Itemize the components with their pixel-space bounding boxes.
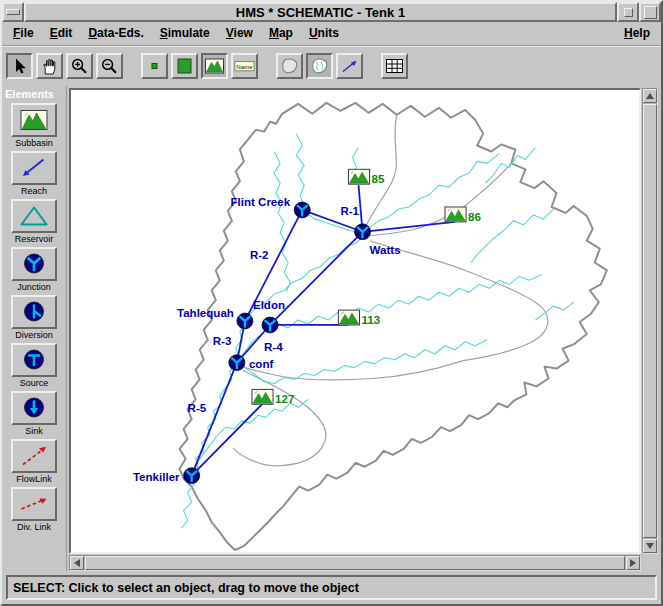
reach-label[interactable]: R-2 [250,249,269,261]
reach-label[interactable]: R-4 [264,341,283,353]
stream-line [535,302,573,320]
zoom-in-button[interactable] [66,53,93,79]
show-element-icons-button[interactable] [201,53,228,79]
element-tool-label: Reservoir [15,234,54,244]
schematic-canvas[interactable]: R-1R-2R-3R-4R-58586113127Flint CreekWatt… [69,88,641,554]
window-title: HMS * SCHEMATIC - Tenk 1 [24,2,617,22]
menu-simulate[interactable]: Simulate [152,24,218,44]
scroll-up-button[interactable] [643,89,657,103]
stream-line [296,134,304,210]
menu-map[interactable]: Map [261,24,301,44]
select-pointer-button[interactable] [6,53,33,79]
main-area: Elements SubbasinReachReservoirJunctionD… [2,86,661,571]
menu-data-eds[interactable]: Data-Eds. [80,24,151,44]
maximize-button[interactable] [639,2,661,22]
pan-hand-button[interactable] [36,53,63,79]
reach-label[interactable]: R-1 [340,205,359,217]
elements-panel: Elements SubbasinReachReservoirJunctionD… [2,86,67,571]
toolbar-group [6,53,123,79]
show-element-names-button[interactable]: Name [231,53,258,79]
divlink-icon [18,491,50,517]
subbasin-node[interactable]: 113 [338,310,380,326]
horizontal-scroll-thumb[interactable] [85,556,625,570]
reach-label[interactable]: R-5 [188,402,207,414]
vertical-scroll-thumb[interactable] [643,104,657,538]
element-tool-sink-button[interactable] [11,391,57,425]
name-tag-icon: Name [234,57,255,75]
junction-label: Tahlequah [177,307,234,319]
status-text: SELECT: Click to select an object, drag … [13,581,359,595]
element-tool-diversion-button[interactable] [11,295,57,329]
square-large-icon [174,57,195,75]
element-tool-junction-button[interactable] [11,247,57,281]
scroll-down-button[interactable] [643,539,657,553]
element-tool-sink: Sink [2,391,66,436]
junction-label: conf [249,358,274,370]
stream-line [274,151,290,292]
subbasin-node[interactable]: 86 [445,207,481,223]
show-basin-streams-button[interactable] [306,53,333,79]
scroll-right-button[interactable] [626,556,640,570]
element-tool-source-button[interactable] [11,343,57,377]
hand-icon [39,57,60,75]
subbasin-node[interactable]: 127 [252,389,294,405]
element-tool-label: Subbasin [15,138,53,148]
reservoir-icon [18,203,50,229]
svg-text:Name: Name [236,63,253,70]
subbasin-label: 113 [362,314,381,326]
element-tool-junction: Junction [2,247,66,292]
elements-tool-list: SubbasinReachReservoirJunctionDiversionS… [2,103,66,535]
junction-node[interactable]: Flint Creek [230,196,310,218]
junction-node[interactable]: conf [229,355,274,371]
element-tool-div-link-button[interactable] [11,487,57,521]
menu-help[interactable]: Help [616,24,658,44]
element-tool-subbasin-button[interactable] [11,103,57,137]
element-tool-label: Diversion [15,330,53,340]
element-tool-flowlink-button[interactable] [11,439,57,473]
reach-label[interactable]: R-3 [213,335,232,347]
show-grid-button[interactable] [381,53,408,79]
element-tool-reservoir-button[interactable] [11,199,57,233]
window-menu-icon [6,9,20,15]
stream-line [471,209,553,263]
junction-node[interactable]: Tenkiller [133,468,200,484]
arrow-down-icon [646,543,654,549]
junction-label: Tenkiller [133,471,180,483]
subbasin-divide-line [233,371,326,466]
subbasin-node[interactable]: 85 [348,169,385,185]
zoom-in-icon [69,57,90,75]
zoom-out-button[interactable] [96,53,123,79]
arrow-right-icon [630,559,636,567]
minimize-button[interactable] [617,2,639,22]
arrow-up-icon [646,93,654,99]
basin-outline-icon [279,57,300,75]
menu-file[interactable]: File [5,24,42,44]
show-basin-outline-button[interactable] [276,53,303,79]
window-menu-button[interactable] [2,2,24,22]
vertical-scrollbar[interactable] [642,88,658,554]
horizontal-scrollbar-row [69,555,658,571]
scroll-left-button[interactable] [70,556,84,570]
junction-node[interactable]: Eldon [253,299,285,333]
toolbar-group [276,53,363,79]
element-tool-label: Reach [21,186,47,196]
flow-arrow-icon [339,57,360,75]
horizontal-scrollbar[interactable] [69,555,641,571]
element-tool-diversion: Diversion [2,295,66,340]
stream-line [485,148,535,184]
small-element-icons-button[interactable] [141,53,168,79]
element-tool-label: Sink [25,426,43,436]
square-small-icon [144,57,165,75]
element-tool-source: Source [2,343,66,388]
junction-node[interactable]: Tahlequah [177,307,253,329]
large-element-icons-button[interactable] [171,53,198,79]
menu-edit[interactable]: Edit [42,24,81,44]
pointer-icon [9,57,30,75]
schematic-link [192,404,262,475]
menu-view[interactable]: View [218,24,261,44]
element-tool-reach-button[interactable] [11,151,57,185]
show-flow-directions-button[interactable] [336,53,363,79]
menu-units[interactable]: Units [301,24,347,44]
element-tool-label: Source [20,378,49,388]
subbasin-icon [18,107,50,133]
